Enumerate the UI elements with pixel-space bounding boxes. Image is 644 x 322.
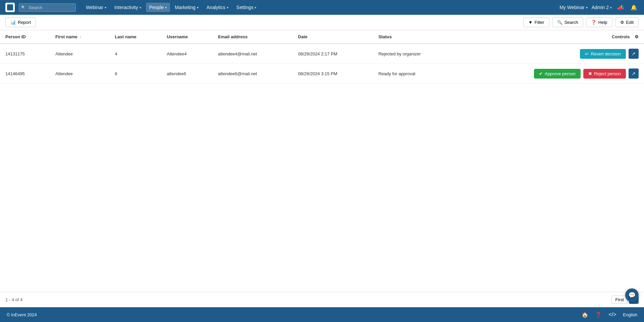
cell-email: attendee6@mail.net: [213, 64, 293, 84]
chevron-down-icon: ▾: [255, 6, 256, 9]
edit-button[interactable]: ⚙ Edit: [615, 17, 639, 27]
report-button[interactable]: 📊 Report: [5, 17, 36, 27]
cell-status: Rejected by organizer: [373, 44, 459, 64]
question-icon[interactable]: ❓: [595, 312, 602, 318]
nav-search-wrap: [19, 3, 76, 12]
chevron-down-icon: ▾: [227, 6, 228, 9]
chevron-down-icon: ▾: [140, 6, 141, 9]
home-icon[interactable]: 🏠: [582, 312, 588, 318]
bell-icon[interactable]: 🔔: [629, 3, 639, 12]
col-controls: Controls ⚙: [459, 30, 644, 44]
cell-last-name: 4: [109, 44, 161, 64]
cell-username: attendee6: [161, 64, 213, 84]
search-icon: 🔍: [557, 20, 562, 25]
col-email: Email address: [213, 30, 293, 44]
external-link-icon: ↗: [632, 51, 636, 56]
filter-icon: ▼: [528, 20, 533, 25]
pagination-info: 1 - 4 of 4: [5, 297, 22, 302]
edit-icon: ⚙: [620, 20, 624, 25]
toolbar-right: ▼ Filter 🔍 Search ❓ Help ⚙ Edit: [523, 17, 639, 27]
table-body: 14131175 Attendee 4 Attendee4 attendee4@…: [0, 44, 644, 84]
edit-row-button[interactable]: ↗: [629, 49, 639, 59]
col-person-id: Person ID: [0, 30, 50, 44]
chevron-down-icon: ▾: [586, 6, 588, 9]
cell-controls: ✔ Approve person ✖ Reject person ↗: [459, 64, 644, 84]
nav-right: My Webinar ▾ Admin 2 ▾ 📣 🔔: [559, 3, 639, 12]
table-container: Person ID First name ↑ Last name Usernam…: [0, 30, 644, 292]
logo[interactable]: [5, 3, 15, 12]
approve-icon: ✔: [539, 71, 543, 76]
nav-search-input[interactable]: [19, 3, 76, 12]
col-date: Date: [293, 30, 373, 44]
nav-item-interactivity[interactable]: Interactivity ▾: [111, 3, 145, 12]
footer-icons: 🏠 ❓ </> English: [582, 312, 637, 318]
toolbar: 📊 Report ▼ Filter 🔍 Search ❓ Help ⚙ Edit: [0, 15, 644, 30]
report-icon: 📊: [10, 20, 16, 25]
filter-button[interactable]: ▼ Filter: [523, 17, 549, 27]
cell-date: 08/29/2024 3:15 PM: [293, 64, 373, 84]
nav-item-analytics[interactable]: Analytics ▾: [203, 3, 232, 12]
footer-copyright: © InEvent 2024: [7, 312, 37, 317]
cell-person-id: 14146495: [0, 64, 50, 84]
edit-row-button[interactable]: ↗: [629, 68, 639, 79]
chat-bubble[interactable]: 💬: [625, 288, 639, 302]
chevron-down-icon: ▾: [197, 6, 199, 9]
cell-person-id: 14131175: [0, 44, 50, 64]
admin-selector[interactable]: Admin 2 ▾: [592, 5, 612, 10]
chevron-down-icon: ▾: [165, 6, 167, 9]
chevron-down-icon: ▾: [105, 6, 106, 9]
nav-item-settings[interactable]: Settings ▾: [233, 3, 260, 12]
col-username: Username: [161, 30, 213, 44]
revert-decision-button[interactable]: ↩ Revert decision: [580, 49, 626, 59]
reject-icon: ✖: [588, 71, 592, 76]
nav-item-people[interactable]: People ▾: [146, 3, 170, 12]
language-selector[interactable]: English: [623, 312, 637, 317]
approve-person-button[interactable]: ✔ Approve person: [534, 69, 581, 79]
webinar-selector[interactable]: My Webinar ▾: [559, 5, 587, 10]
footer: © InEvent 2024 🏠 ❓ </> English: [0, 307, 644, 322]
help-icon: ❓: [591, 20, 596, 25]
cell-email: attendee4@mail.net: [213, 44, 293, 64]
nav-menu: Webinar ▾ Interactivity ▾ People ▾ Marke…: [83, 3, 559, 12]
reject-person-button[interactable]: ✖ Reject person: [583, 69, 626, 79]
cell-first-name: Attendee: [50, 44, 109, 64]
cell-first-name: Attendee: [50, 64, 109, 84]
toolbar-left: 📊 Report: [5, 17, 36, 27]
table-row: 14131175 Attendee 4 Attendee4 attendee4@…: [0, 44, 644, 64]
col-status: Status: [373, 30, 459, 44]
cell-controls: ↩ Revert decision ↗: [459, 44, 644, 64]
people-table: Person ID First name ↑ Last name Usernam…: [0, 30, 644, 84]
table-row: 14146495 Attendee 6 attendee6 attendee6@…: [0, 64, 644, 84]
external-link-icon: ↗: [632, 71, 636, 76]
chevron-down-icon: ▾: [610, 6, 612, 9]
chat-icon: 💬: [628, 291, 636, 299]
help-button[interactable]: ❓ Help: [586, 17, 612, 27]
cell-date: 08/29/2024 2:17 PM: [293, 44, 373, 64]
revert-icon: ↩: [585, 51, 589, 56]
nav-item-webinar[interactable]: Webinar ▾: [83, 3, 110, 12]
cell-username: Attendee4: [161, 44, 213, 64]
megaphone-icon[interactable]: 📣: [616, 3, 625, 12]
code-icon[interactable]: </>: [608, 312, 616, 318]
gear-icon[interactable]: ⚙: [635, 34, 639, 39]
pagination-bar: 1 - 4 of 4 First 1: [0, 292, 644, 307]
col-first-name[interactable]: First name ↑: [50, 30, 109, 44]
sort-icon: ↑: [80, 35, 82, 39]
cell-last-name: 6: [109, 64, 161, 84]
search-button[interactable]: 🔍 Search: [552, 17, 583, 27]
table-header: Person ID First name ↑ Last name Usernam…: [0, 30, 644, 44]
top-navigation: Webinar ▾ Interactivity ▾ People ▾ Marke…: [0, 0, 644, 15]
nav-item-marketing[interactable]: Marketing ▾: [171, 3, 202, 12]
col-last-name: Last name: [109, 30, 161, 44]
cell-status: Ready for approval: [373, 64, 459, 84]
